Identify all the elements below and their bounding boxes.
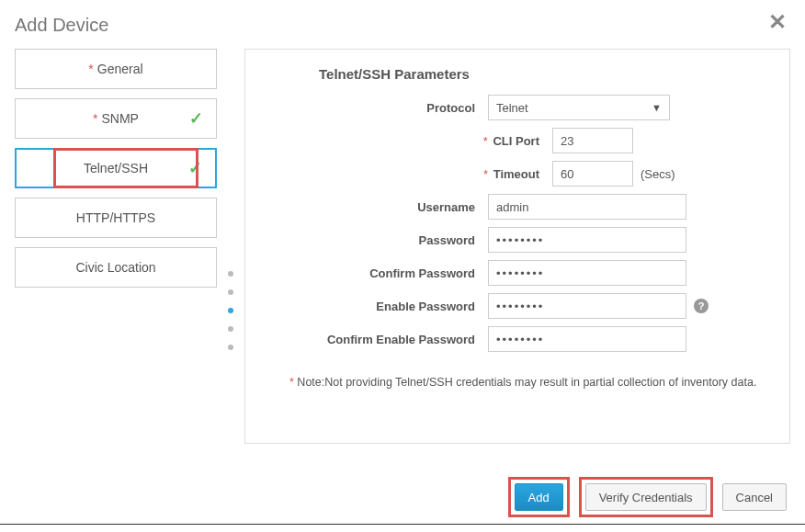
label-confirm-password: Confirm Password: [267, 266, 488, 280]
label-cli-port: * CLI Port: [267, 134, 552, 148]
required-marker: *: [93, 111, 97, 126]
step-label: Civic Location: [75, 260, 155, 275]
progress-dot: [228, 308, 233, 313]
panel-title: Telnet/SSH Parameters: [319, 66, 767, 82]
confirm-password-input[interactable]: [488, 260, 686, 286]
footer-note: * Note:Not providing Telnet/SSH credenti…: [289, 376, 767, 389]
dialog-title: Add Device: [0, 0, 805, 36]
step-sidebar: * General * SNMP ✓ Telnet/SSH ✓ HTTP/HTT…: [15, 49, 217, 444]
step-snmp[interactable]: * SNMP ✓: [15, 98, 217, 139]
username-input[interactable]: [488, 194, 686, 220]
password-input[interactable]: [488, 227, 686, 253]
step-label: HTTP/HTTPS: [76, 210, 155, 225]
step-telnet-ssh[interactable]: Telnet/SSH ✓: [15, 148, 217, 188]
check-icon: ✓: [188, 158, 202, 178]
chevron-down-icon: ▼: [652, 102, 662, 113]
timeout-suffix: (Secs): [641, 167, 675, 181]
timeout-input[interactable]: [552, 161, 633, 187]
check-icon: ✓: [189, 108, 203, 129]
step-civic-location[interactable]: Civic Location: [15, 247, 217, 288]
progress-dot: [228, 289, 233, 295]
select-value: Telnet: [496, 101, 528, 115]
cancel-button[interactable]: Cancel: [722, 483, 787, 511]
required-marker: *: [88, 62, 93, 76]
step-http-https[interactable]: HTTP/HTTPS: [15, 198, 217, 238]
bottom-divider: [0, 524, 805, 525]
annotation-highlight: Verify Credentials: [579, 477, 713, 517]
annotation-highlight: Add: [508, 477, 570, 517]
close-icon[interactable]: ✕: [768, 9, 787, 35]
label-username: Username: [267, 200, 488, 214]
enable-password-input[interactable]: [488, 293, 686, 319]
protocol-select[interactable]: Telnet ▼: [488, 95, 670, 120]
label-confirm-enable-password: Confirm Enable Password: [267, 333, 488, 346]
step-progress-dots: [228, 49, 233, 444]
label-timeout: * Timeout: [267, 167, 552, 181]
label-protocol: Protocol: [267, 101, 488, 115]
step-label: Telnet/SSH: [84, 161, 148, 175]
progress-dot: [228, 345, 233, 350]
help-icon[interactable]: ?: [694, 299, 709, 313]
form-panel: Telnet/SSH Parameters Protocol Telnet ▼ …: [244, 49, 790, 444]
dialog-footer: Add Verify Credentials Cancel: [508, 477, 788, 517]
step-general[interactable]: * General: [15, 49, 217, 89]
add-button[interactable]: Add: [515, 483, 563, 511]
label-password: Password: [267, 233, 488, 247]
confirm-enable-password-input[interactable]: [488, 326, 686, 352]
label-enable-password: Enable Password: [267, 300, 488, 313]
step-label: General: [97, 62, 143, 76]
progress-dot: [228, 326, 233, 332]
cli-port-input[interactable]: [552, 128, 633, 153]
progress-dot: [228, 271, 233, 277]
step-label: SNMP: [102, 111, 139, 126]
verify-credentials-button[interactable]: Verify Credentials: [585, 483, 707, 511]
